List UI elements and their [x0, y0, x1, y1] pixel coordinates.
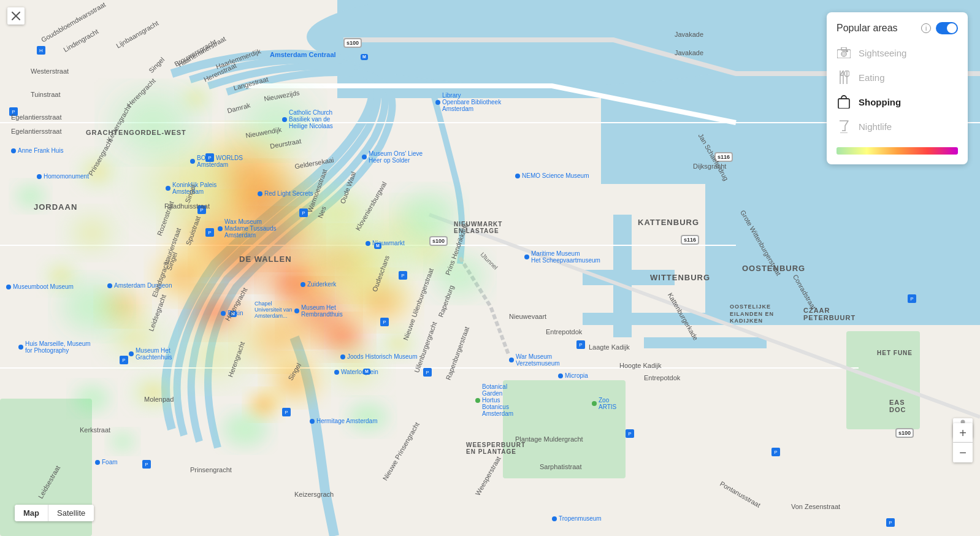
- zoom-controls: + −: [953, 423, 973, 462]
- panel-item-sightseeing[interactable]: Sightseeing: [836, 44, 958, 61]
- shopping-icon: [836, 94, 851, 109]
- panel-item-eating[interactable]: Eating: [836, 69, 958, 86]
- sq-icon-18: P: [886, 518, 895, 527]
- svg-rect-3: [797, 184, 980, 307]
- eating-icon: [836, 70, 851, 85]
- poi-library[interactable]: LibraryOpenbare BibliotheekAmsterdam: [435, 92, 501, 112]
- poi-hermitage[interactable]: Hermitage Amsterdam: [310, 418, 377, 424]
- sq-icon-3: P: [9, 107, 18, 116]
- map-type-satellite-button[interactable]: Satellite: [48, 505, 94, 521]
- sq-icon-10: P: [423, 368, 432, 377]
- poi-dungeon[interactable]: Amsterdam Dungeon: [107, 282, 172, 289]
- panel-item-shopping[interactable]: Shopping: [836, 93, 958, 110]
- svg-rect-58: [841, 47, 846, 50]
- poi-rembrandthuis[interactable]: Museum HetRembrandthuis: [294, 304, 343, 318]
- route-shield-s100-3: s100: [895, 428, 914, 438]
- sq-icon-14: P: [576, 340, 585, 349]
- poi-chapel[interactable]: ChapelUniversiteit vanAmsterdam...: [255, 301, 293, 319]
- poi-museumboat[interactable]: Museumboot Museum: [6, 283, 74, 290]
- poi-anne-frank[interactable]: Anne Frank Huis: [11, 147, 63, 154]
- metro-icon-centraal: M: [361, 54, 368, 60]
- poi-homomonument[interactable]: Homomonument: [37, 173, 89, 180]
- sq-icon-7: P: [299, 209, 308, 217]
- panel-item-nightlife[interactable]: Nightlife: [836, 118, 958, 135]
- color-scale-container: [836, 147, 958, 155]
- metro-icon-rokin: M: [229, 311, 237, 317]
- poi-nieuwmarkt[interactable]: Nieuwmarkt: [366, 240, 405, 247]
- color-scale-bar: [836, 147, 958, 155]
- sq-icon-4: P: [205, 153, 214, 162]
- poi-body-worlds[interactable]: BODY WORLDSAmsterdam: [190, 155, 243, 168]
- popular-areas-panel: Popular areas i Sightseeing: [827, 12, 968, 164]
- poi-museum-ons-lieve[interactable]: Museum Ons' LieveHeer op Solder: [362, 150, 423, 164]
- map-type-control: Map Satellite: [15, 505, 94, 521]
- poi-grachtenhuis[interactable]: Museum HetGrachtenhuis: [129, 347, 172, 361]
- svg-point-60: [843, 53, 845, 55]
- svg-rect-57: [837, 50, 851, 58]
- sq-icon-12: P: [120, 356, 128, 364]
- route-shield-s116-2: s116: [681, 235, 699, 245]
- sq-icon-2: H: [37, 46, 45, 55]
- poi-maritime[interactable]: Maritime MuseumHet Scheepvaartmuseum: [524, 250, 600, 264]
- poi-wax-museum[interactable]: Wax MuseumMadame TussaudsAmsterdam: [218, 218, 277, 239]
- map-container: JORDAAN GRACHTENGORDEL-WEST DE WALLEN KA…: [0, 0, 980, 536]
- eating-label: Eating: [859, 72, 885, 83]
- svg-rect-68: [838, 99, 849, 109]
- metro-icon-waterlooplein: M: [363, 369, 370, 375]
- sq-icon-16: P: [771, 448, 780, 456]
- poi-amsterdam-centraal[interactable]: Amsterdam Centraal: [270, 51, 336, 58]
- nightlife-label: Nightlife: [859, 121, 892, 132]
- poi-foam[interactable]: Foam: [95, 459, 118, 465]
- poi-huis-marseille[interactable]: Huis Marseille, Museumfor Photography: [18, 340, 91, 354]
- svg-rect-10: [503, 380, 626, 478]
- sq-icon-5: P: [197, 205, 206, 214]
- svg-rect-61: [846, 50, 848, 52]
- zoom-out-button[interactable]: −: [953, 443, 973, 462]
- poi-artis[interactable]: ZooARTIS: [592, 397, 616, 410]
- poi-nemo[interactable]: NEMO Science Museum: [515, 172, 589, 179]
- sq-icon-11: P: [282, 408, 291, 416]
- sightseeing-icon: [836, 45, 851, 60]
- sq-icon-8: P: [399, 271, 407, 280]
- sq-icon-9: P: [380, 318, 389, 326]
- svg-point-59: [841, 52, 846, 56]
- info-icon[interactable]: i: [921, 23, 931, 33]
- map-type-map-button[interactable]: Map: [15, 505, 48, 521]
- sq-icon-15: P: [626, 429, 634, 438]
- popular-areas-toggle[interactable]: [936, 22, 958, 34]
- panel-header: Popular areas i: [836, 22, 958, 34]
- poi-catholic-church[interactable]: Catholic ChurchBasiliek van deHeilige Ni…: [282, 109, 333, 129]
- route-shield-s100-2: s100: [429, 236, 448, 246]
- sq-icon-17: P: [908, 294, 916, 303]
- poi-zuiderkerk[interactable]: Zuiderkerk: [301, 281, 336, 288]
- shopping-label: Shopping: [859, 97, 901, 107]
- metro-icon-nieuwmarkt: M: [374, 243, 381, 249]
- zoom-in-button[interactable]: +: [953, 423, 973, 443]
- poi-micropia[interactable]: Micropia: [558, 372, 588, 379]
- poi-joods[interactable]: Joods Historisch Museum: [340, 353, 417, 360]
- poi-red-light-secrets[interactable]: Red Light Secrets: [258, 190, 313, 197]
- svg-rect-8: [583, 313, 705, 325]
- sq-icon-13: P: [142, 460, 151, 469]
- svg-rect-9: [644, 337, 767, 348]
- sq-icon-6: P: [205, 228, 214, 237]
- route-shield-s100-1: s100: [343, 38, 362, 48]
- nightlife-icon: [836, 119, 851, 134]
- poi-tropenmuseum[interactable]: Tropenmuseum: [552, 515, 602, 522]
- panel-title: Popular areas: [836, 23, 916, 34]
- close-button[interactable]: [7, 7, 25, 25]
- poi-war-museum[interactable]: War MuseumVerzetsmuseum: [509, 353, 560, 367]
- poi-botanical[interactable]: BotanicalGardenHortusBotanicusAmsterdam: [475, 383, 513, 417]
- sightseeing-label: Sightseeing: [859, 48, 906, 58]
- poi-waterlooplein[interactable]: Waterlooplein: [334, 369, 378, 375]
- poi-koninklijk[interactable]: Koninklijk PaleisAmsterdam: [166, 182, 216, 195]
- panel-items: Sightseeing Eating: [836, 44, 958, 135]
- route-shield-s116-1: s116: [714, 152, 733, 162]
